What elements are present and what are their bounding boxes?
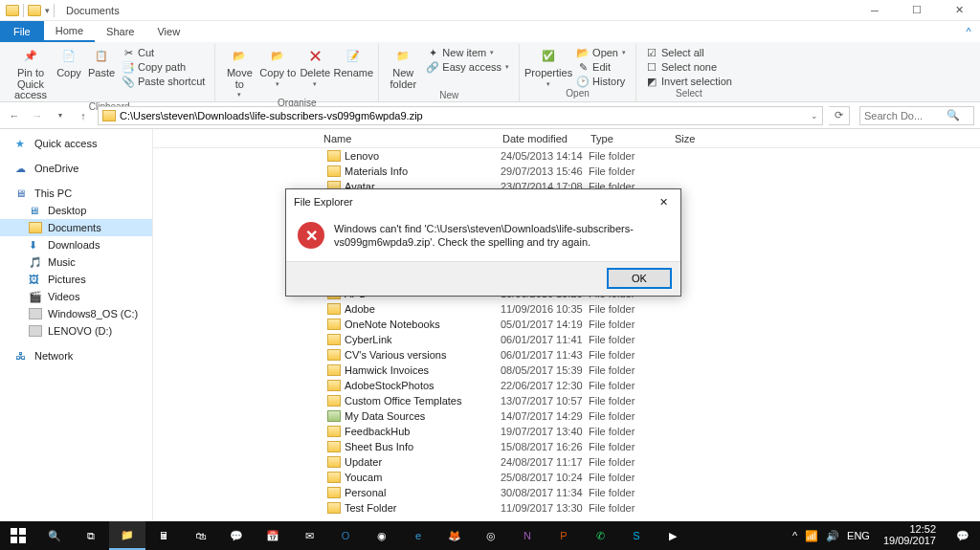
tray-language[interactable]: ENG [847, 530, 870, 541]
tray-overflow[interactable]: ^ [792, 530, 797, 541]
file-row[interactable]: Test Folder 11/09/2017 13:30 File folder [318, 500, 980, 516]
file-row[interactable]: My Data Sources 14/07/2017 14:29 File fo… [318, 408, 980, 424]
refresh-button[interactable]: ⟳ [829, 106, 850, 125]
search-taskbar-button[interactable]: 🔍 [36, 521, 73, 550]
tree-pictures[interactable]: 🖼Pictures [0, 271, 152, 288]
history-button[interactable]: 🕑History [573, 75, 630, 88]
invert-selection-button[interactable]: ◩Invert selection [642, 75, 736, 88]
file-row[interactable]: FeedbackHub 19/07/2017 13:40 File folder [318, 424, 980, 439]
address-bar[interactable]: ⌄ [98, 106, 823, 125]
tab-home[interactable]: Home [44, 21, 95, 42]
open-button[interactable]: 📂Open ▾ [573, 46, 630, 59]
tree-network[interactable]: 🖧Network [0, 347, 152, 364]
taskbar-powerpoint[interactable]: P [546, 521, 582, 550]
col-date[interactable]: Date modified [502, 133, 590, 144]
ribbon-collapse[interactable]: ^ [957, 21, 980, 42]
maximize-button[interactable]: ☐ [896, 0, 938, 21]
file-row[interactable]: Adobe 11/09/2016 10:35 File folder [318, 301, 980, 317]
tab-file[interactable]: File [0, 21, 44, 42]
taskbar-whatsapp[interactable]: ✆ [582, 521, 618, 550]
file-row[interactable]: Sheet Bus Info 15/08/2017 16:26 File fol… [318, 439, 980, 454]
tray-network-icon[interactable]: 📶 [805, 530, 818, 542]
rename-button[interactable]: 📝Rename [334, 44, 372, 79]
select-none-button[interactable]: ☐Select none [642, 60, 736, 74]
address-input[interactable] [120, 110, 807, 121]
navigation-pane[interactable]: ★Quick access ☁OneDrive 🖥This PC 🖥Deskto… [0, 129, 153, 529]
tree-downloads[interactable]: ⬇Downloads [0, 236, 152, 253]
file-row[interactable]: CV's Various versions 06/01/2017 11:43 F… [318, 347, 980, 363]
select-all-button[interactable]: ☑Select all [642, 46, 736, 59]
dialog-titlebar[interactable]: File Explorer ✕ [286, 189, 680, 214]
taskbar-firefox[interactable]: 🦊 [436, 521, 473, 550]
new-folder-button[interactable]: 📁New folder [385, 44, 421, 90]
paste-button[interactable]: 📋Paste [86, 44, 117, 79]
forward-button[interactable]: → [29, 107, 46, 124]
dialog-ok-button[interactable]: OK [608, 269, 671, 288]
taskbar-edge[interactable]: e [400, 521, 436, 550]
file-row[interactable]: CyberLink 06/01/2017 11:41 File folder [318, 332, 980, 347]
back-button[interactable]: ← [6, 107, 23, 124]
taskbar-explorer[interactable]: 📁 [109, 521, 145, 550]
taskbar-store[interactable]: 🛍 [182, 521, 218, 550]
edit-button[interactable]: ✎Edit [573, 60, 630, 74]
qat-icon[interactable] [28, 5, 41, 16]
search-box[interactable]: 🔍 [859, 106, 974, 125]
action-center-button[interactable]: 💬 [949, 521, 976, 550]
file-row[interactable]: Lenovo 24/05/2013 14:14 File folder [318, 148, 980, 164]
move-to-button[interactable]: 📂Move to▾ [221, 44, 257, 98]
tree-videos[interactable]: 🎬Videos [0, 288, 152, 305]
delete-button[interactable]: ✕Delete▾ [298, 44, 332, 87]
taskbar-skype[interactable]: S [618, 521, 655, 550]
tree-this-pc[interactable]: 🖥This PC [0, 185, 152, 202]
dialog-close-button[interactable]: ✕ [654, 192, 673, 211]
system-tray[interactable]: ^ 📶 🔊 ENG 12:52 19/09/2017 💬 [789, 521, 980, 550]
taskbar-onenote[interactable]: N [509, 521, 546, 550]
minimize-button[interactable]: ─ [854, 0, 896, 21]
tab-share[interactable]: Share [95, 21, 145, 42]
task-view-button[interactable]: ⧉ [73, 521, 109, 550]
taskbar-outlook[interactable]: O [327, 521, 364, 550]
col-name[interactable]: Name [318, 133, 502, 144]
close-button[interactable]: ✕ [938, 0, 980, 21]
start-button[interactable] [0, 521, 36, 550]
new-item-button[interactable]: ✦New item ▾ [423, 46, 513, 59]
tree-music[interactable]: 🎵Music [0, 253, 152, 271]
taskbar-app[interactable]: 💬 [218, 521, 255, 550]
tree-desktop[interactable]: 🖥Desktop [0, 202, 152, 219]
file-row[interactable]: AdobeStockPhotos 22/06/2017 12:30 File f… [318, 378, 980, 393]
col-type[interactable]: Type [590, 133, 675, 144]
copy-to-button[interactable]: 📂Copy to▾ [259, 44, 296, 87]
tree-quick-access[interactable]: ★Quick access [0, 135, 152, 152]
tab-view[interactable]: View [145, 21, 191, 42]
copy-path-button[interactable]: 📑Copy path [119, 60, 209, 74]
file-row[interactable]: Youcam 25/08/2017 10:24 File folder [318, 470, 980, 485]
taskbar-app[interactable]: ▶ [655, 521, 691, 550]
taskbar-app[interactable]: 🖩 [145, 521, 182, 550]
taskbar-mail[interactable]: ✉ [291, 521, 327, 550]
tree-onedrive[interactable]: ☁OneDrive [0, 160, 152, 177]
easy-access-button[interactable]: 🔗Easy access ▾ [423, 60, 513, 74]
qat-overflow[interactable]: ▾ [45, 6, 50, 15]
search-input[interactable] [864, 110, 947, 121]
taskbar-app[interactable]: 📅 [255, 521, 291, 550]
recent-dropdown[interactable]: ▾ [52, 107, 69, 124]
taskbar-chrome[interactable]: ◉ [364, 521, 400, 550]
col-size[interactable]: Size [675, 133, 732, 144]
file-row[interactable]: Hamwick Invoices 08/05/2017 15:39 File f… [318, 363, 980, 378]
up-button[interactable]: ↑ [75, 107, 92, 124]
paste-shortcut-button[interactable]: 📎Paste shortcut [119, 75, 209, 88]
tree-documents[interactable]: Documents [0, 219, 152, 236]
file-row[interactable]: Custom Office Templates 13/07/2017 10:57… [318, 393, 980, 408]
cut-button[interactable]: ✂Cut [119, 46, 209, 59]
tree-drive-c[interactable]: Windows8_OS (C:) [0, 305, 152, 322]
file-row[interactable]: Updater 24/08/2017 11:17 File folder [318, 454, 980, 470]
tree-drive-d[interactable]: LENOVO (D:) [0, 322, 152, 340]
copy-button[interactable]: 📄Copy [54, 44, 84, 79]
properties-button[interactable]: ✅Properties▾ [525, 44, 571, 87]
taskbar-app[interactable]: ◎ [473, 521, 509, 550]
tray-clock[interactable]: 12:52 19/09/2017 [878, 524, 942, 546]
address-dropdown[interactable]: ⌄ [811, 111, 818, 121]
pin-quick-access-button[interactable]: 📌Pin to Quick access [10, 44, 52, 101]
tray-volume-icon[interactable]: 🔊 [826, 530, 839, 542]
file-row[interactable]: Personal 30/08/2017 11:34 File folder [318, 485, 980, 500]
